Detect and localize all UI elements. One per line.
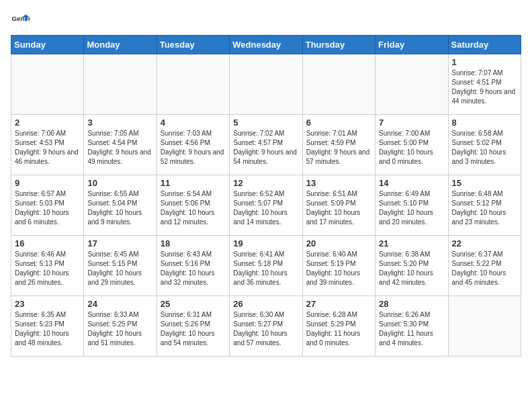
- day-number: 9: [15, 178, 80, 188]
- day-number: 17: [87, 238, 152, 248]
- day-number: 2: [15, 118, 80, 128]
- day-number: 25: [161, 299, 226, 309]
- weekday-header-thursday: Thursday: [302, 36, 375, 54]
- day-number: 12: [233, 178, 298, 188]
- cell-info: Sunrise: 6:49 AM Sunset: 5:10 PM Dayligh…: [379, 189, 444, 227]
- calendar-cell: 6Sunrise: 7:01 AM Sunset: 4:59 PM Daylig…: [302, 115, 375, 175]
- cell-info: Sunrise: 6:52 AM Sunset: 5:07 PM Dayligh…: [233, 189, 298, 227]
- cell-info: Sunrise: 6:57 AM Sunset: 5:03 PM Dayligh…: [15, 189, 80, 227]
- day-number: 5: [233, 118, 298, 128]
- cell-info: Sunrise: 6:37 AM Sunset: 5:22 PM Dayligh…: [452, 250, 517, 287]
- calendar-cell: 18Sunrise: 6:43 AM Sunset: 5:16 PM Dayli…: [157, 236, 229, 296]
- weekday-header-saturday: Saturday: [448, 36, 521, 54]
- cell-info: Sunrise: 6:48 AM Sunset: 5:12 PM Dayligh…: [452, 189, 517, 227]
- day-number: 8: [452, 118, 517, 128]
- cell-info: Sunrise: 6:33 AM Sunset: 5:25 PM Dayligh…: [87, 310, 152, 348]
- calendar-cell: 14Sunrise: 6:49 AM Sunset: 5:10 PM Dayli…: [375, 175, 448, 236]
- calendar-cell: 26Sunrise: 6:30 AM Sunset: 5:27 PM Dayli…: [230, 296, 302, 357]
- calendar-cell: [230, 54, 302, 115]
- calendar-cell: [375, 54, 448, 115]
- cell-info: Sunrise: 6:43 AM Sunset: 5:16 PM Dayligh…: [161, 250, 226, 287]
- calendar-cell: 13Sunrise: 6:51 AM Sunset: 5:09 PM Dayli…: [302, 175, 375, 236]
- day-number: 13: [306, 178, 371, 188]
- day-number: 27: [306, 299, 371, 309]
- calendar-cell: 3Sunrise: 7:05 AM Sunset: 4:54 PM Daylig…: [84, 115, 157, 175]
- day-number: 6: [306, 118, 371, 128]
- cell-info: Sunrise: 7:06 AM Sunset: 4:53 PM Dayligh…: [15, 129, 80, 167]
- day-number: 20: [306, 238, 371, 248]
- calendar-cell: 17Sunrise: 6:45 AM Sunset: 5:15 PM Dayli…: [84, 236, 157, 296]
- calendar-cell: 2Sunrise: 7:06 AM Sunset: 4:53 PM Daylig…: [11, 115, 84, 175]
- calendar-cell: [84, 54, 157, 115]
- cell-info: Sunrise: 6:38 AM Sunset: 5:20 PM Dayligh…: [379, 250, 444, 287]
- calendar-cell: 10Sunrise: 6:55 AM Sunset: 5:04 PM Dayli…: [84, 175, 157, 236]
- day-number: 26: [233, 299, 298, 309]
- calendar-cell: 22Sunrise: 6:37 AM Sunset: 5:22 PM Dayli…: [448, 236, 521, 296]
- day-number: 10: [87, 178, 152, 188]
- cell-info: Sunrise: 6:26 AM Sunset: 5:30 PM Dayligh…: [379, 310, 444, 348]
- calendar-week-3: 9Sunrise: 6:57 AM Sunset: 5:03 PM Daylig…: [11, 175, 521, 236]
- day-number: 14: [379, 178, 444, 188]
- calendar-cell: 20Sunrise: 6:40 AM Sunset: 5:19 PM Dayli…: [302, 236, 375, 296]
- day-number: 21: [379, 238, 444, 248]
- calendar-cell: 12Sunrise: 6:52 AM Sunset: 5:07 PM Dayli…: [230, 175, 302, 236]
- day-number: 23: [15, 299, 80, 309]
- day-number: 3: [87, 118, 152, 128]
- weekday-header-tuesday: Tuesday: [157, 36, 229, 54]
- calendar-cell: 5Sunrise: 7:02 AM Sunset: 4:57 PM Daylig…: [230, 115, 302, 175]
- calendar-cell: 24Sunrise: 6:33 AM Sunset: 5:25 PM Dayli…: [84, 296, 157, 357]
- cell-info: Sunrise: 7:03 AM Sunset: 4:56 PM Dayligh…: [161, 129, 226, 167]
- day-number: 16: [15, 238, 80, 248]
- weekday-header-sunday: Sunday: [11, 36, 84, 54]
- calendar-cell: 15Sunrise: 6:48 AM Sunset: 5:12 PM Dayli…: [448, 175, 521, 236]
- calendar-week-5: 23Sunrise: 6:35 AM Sunset: 5:23 PM Dayli…: [11, 296, 521, 357]
- calendar-cell: [448, 296, 521, 357]
- cell-info: Sunrise: 6:35 AM Sunset: 5:23 PM Dayligh…: [15, 310, 80, 348]
- calendar-week-1: 1Sunrise: 7:07 AM Sunset: 4:51 PM Daylig…: [11, 54, 521, 115]
- calendar-table: SundayMondayTuesdayWednesdayThursdayFrid…: [11, 35, 521, 357]
- cell-info: Sunrise: 6:40 AM Sunset: 5:19 PM Dayligh…: [306, 250, 371, 287]
- day-number: 28: [379, 299, 444, 309]
- cell-info: Sunrise: 6:54 AM Sunset: 5:06 PM Dayligh…: [161, 189, 226, 227]
- calendar-cell: 16Sunrise: 6:46 AM Sunset: 5:13 PM Dayli…: [11, 236, 84, 296]
- cell-info: Sunrise: 6:55 AM Sunset: 5:04 PM Dayligh…: [87, 189, 152, 227]
- day-number: 24: [87, 299, 152, 309]
- weekday-header-wednesday: Wednesday: [230, 36, 302, 54]
- cell-info: Sunrise: 6:58 AM Sunset: 5:02 PM Dayligh…: [452, 129, 517, 167]
- calendar-week-2: 2Sunrise: 7:06 AM Sunset: 4:53 PM Daylig…: [11, 115, 521, 175]
- day-number: 4: [161, 118, 226, 128]
- weekday-header-friday: Friday: [375, 36, 448, 54]
- calendar-cell: 25Sunrise: 6:31 AM Sunset: 5:26 PM Dayli…: [157, 296, 229, 357]
- cell-info: Sunrise: 6:46 AM Sunset: 5:13 PM Dayligh…: [15, 250, 80, 287]
- day-number: 19: [233, 238, 298, 248]
- calendar-cell: 7Sunrise: 7:00 AM Sunset: 5:00 PM Daylig…: [375, 115, 448, 175]
- calendar-cell: 19Sunrise: 6:41 AM Sunset: 5:18 PM Dayli…: [230, 236, 302, 296]
- calendar-cell: [11, 54, 84, 115]
- calendar-cell: 21Sunrise: 6:38 AM Sunset: 5:20 PM Dayli…: [375, 236, 448, 296]
- calendar-week-4: 16Sunrise: 6:46 AM Sunset: 5:13 PM Dayli…: [11, 236, 521, 296]
- calendar-cell: 11Sunrise: 6:54 AM Sunset: 5:06 PM Dayli…: [157, 175, 229, 236]
- cell-info: Sunrise: 6:31 AM Sunset: 5:26 PM Dayligh…: [161, 310, 226, 348]
- logo-icon: General: [11, 11, 30, 30]
- cell-info: Sunrise: 7:00 AM Sunset: 5:00 PM Dayligh…: [379, 129, 444, 167]
- calendar-cell: 1Sunrise: 7:07 AM Sunset: 4:51 PM Daylig…: [448, 54, 521, 115]
- logo: General: [11, 11, 32, 30]
- cell-info: Sunrise: 6:51 AM Sunset: 5:09 PM Dayligh…: [306, 189, 371, 227]
- calendar-cell: [302, 54, 375, 115]
- day-number: 22: [452, 238, 517, 248]
- calendar-cell: [157, 54, 229, 115]
- cell-info: Sunrise: 6:30 AM Sunset: 5:27 PM Dayligh…: [233, 310, 298, 348]
- day-number: 1: [452, 57, 517, 67]
- day-number: 11: [161, 178, 226, 188]
- cell-info: Sunrise: 7:07 AM Sunset: 4:51 PM Dayligh…: [452, 68, 517, 106]
- cell-info: Sunrise: 7:02 AM Sunset: 4:57 PM Dayligh…: [233, 129, 298, 167]
- day-number: 7: [379, 118, 444, 128]
- day-number: 15: [452, 178, 517, 188]
- calendar-cell: 27Sunrise: 6:28 AM Sunset: 5:29 PM Dayli…: [302, 296, 375, 357]
- header: General: [11, 11, 521, 30]
- weekday-header-monday: Monday: [84, 36, 157, 54]
- calendar-cell: 9Sunrise: 6:57 AM Sunset: 5:03 PM Daylig…: [11, 175, 84, 236]
- cell-info: Sunrise: 6:28 AM Sunset: 5:29 PM Dayligh…: [306, 310, 371, 348]
- cell-info: Sunrise: 6:41 AM Sunset: 5:18 PM Dayligh…: [233, 250, 298, 287]
- calendar-cell: 23Sunrise: 6:35 AM Sunset: 5:23 PM Dayli…: [11, 296, 84, 357]
